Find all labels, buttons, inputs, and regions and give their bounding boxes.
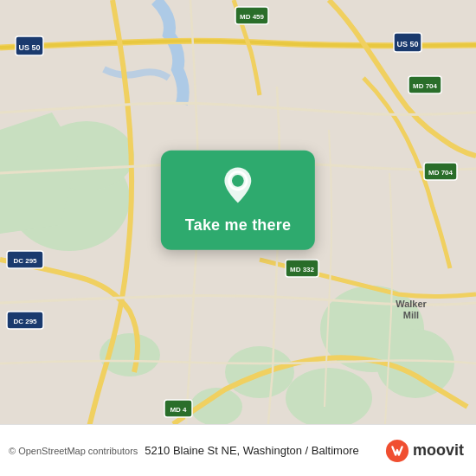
svg-text:MD 704: MD 704: [428, 169, 453, 177]
cta-button-label: Take me there: [185, 216, 291, 235]
address-text: 5210 Blaine St NE, Washington / Baltimor…: [145, 444, 385, 457]
copyright-text: © OpenStreetMap contributors: [9, 446, 138, 456]
moovit-brand-text: moovit: [413, 441, 464, 460]
svg-point-30: [232, 175, 244, 187]
svg-text:DC 295: DC 295: [13, 257, 37, 265]
svg-text:MD 4: MD 4: [170, 406, 187, 414]
svg-text:Mill: Mill: [403, 310, 419, 320]
map-container: US 50 US 50 DC 295 DC 295 MD 459 MD 704 …: [0, 0, 476, 424]
svg-text:MD 332: MD 332: [290, 266, 315, 273]
bottom-bar: © OpenStreetMap contributors 5210 Blaine…: [0, 424, 476, 476]
svg-text:MD 704: MD 704: [413, 82, 438, 90]
svg-text:MD 459: MD 459: [240, 13, 265, 21]
svg-text:US 50: US 50: [396, 40, 418, 48]
map-pin-icon: [217, 166, 259, 208]
moovit-brand-icon: [385, 439, 409, 463]
cta-card[interactable]: Take me there: [161, 151, 315, 250]
svg-text:US 50: US 50: [18, 43, 40, 52]
moovit-logo: moovit: [385, 439, 464, 463]
svg-text:Walker: Walker: [396, 299, 427, 309]
svg-text:DC 295: DC 295: [13, 318, 37, 325]
